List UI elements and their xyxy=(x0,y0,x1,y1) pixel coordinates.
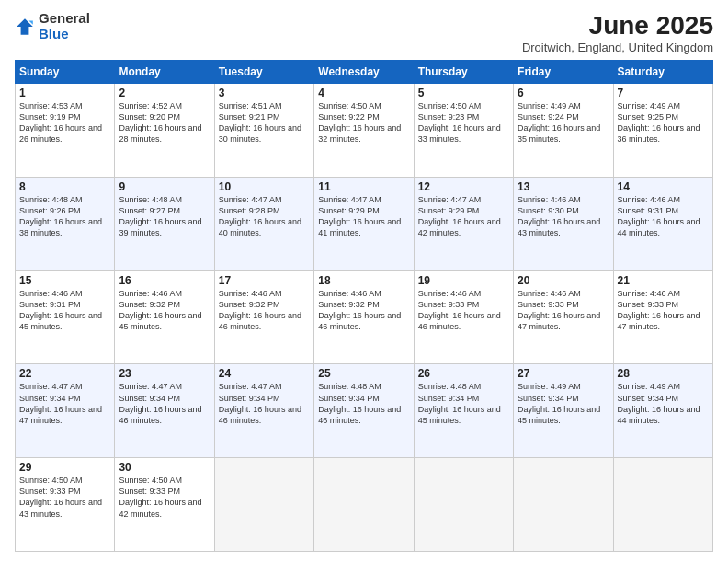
table-row: 13 Sunrise: 4:46 AMSunset: 9:30 PMDaylig… xyxy=(514,177,613,270)
day-info: Sunrise: 4:49 AMSunset: 9:34 PMDaylight:… xyxy=(618,381,709,426)
table-row: 3 Sunrise: 4:51 AMSunset: 9:21 PMDayligh… xyxy=(214,84,313,178)
table-row xyxy=(514,458,613,552)
table-row: 1 Sunrise: 4:53 AMSunset: 9:19 PMDayligh… xyxy=(16,84,115,178)
table-row: 7 Sunrise: 4:49 AMSunset: 9:25 PMDayligh… xyxy=(613,84,712,178)
day-info: Sunrise: 4:46 AMSunset: 9:30 PMDaylight:… xyxy=(518,194,609,239)
day-number: 15 xyxy=(19,274,110,287)
col-sunday: Sunday xyxy=(16,61,115,84)
table-row: 18 Sunrise: 4:46 AMSunset: 9:32 PMDaylig… xyxy=(314,270,414,364)
day-number: 19 xyxy=(418,274,509,287)
calendar-week-row: 22 Sunrise: 4:47 AMSunset: 9:34 PMDaylig… xyxy=(16,364,713,458)
table-row: 10 Sunrise: 4:47 AMSunset: 9:28 PMDaylig… xyxy=(214,177,313,270)
table-row: 23 Sunrise: 4:47 AMSunset: 9:34 PMDaylig… xyxy=(115,364,214,458)
day-number: 24 xyxy=(219,367,310,380)
day-info: Sunrise: 4:49 AMSunset: 9:24 PMDaylight:… xyxy=(518,100,609,145)
day-number: 6 xyxy=(518,86,609,99)
col-wednesday: Wednesday xyxy=(314,61,414,84)
header: General Blue June 2025 Droitwich, Englan… xyxy=(15,11,713,54)
table-row: 4 Sunrise: 4:50 AMSunset: 9:22 PMDayligh… xyxy=(314,84,414,178)
day-number: 18 xyxy=(318,274,409,287)
table-row: 19 Sunrise: 4:46 AMSunset: 9:33 PMDaylig… xyxy=(414,270,513,364)
table-row: 9 Sunrise: 4:48 AMSunset: 9:27 PMDayligh… xyxy=(115,177,214,270)
calendar-header-row: Sunday Monday Tuesday Wednesday Thursday… xyxy=(16,61,713,84)
day-number: 26 xyxy=(418,367,509,380)
day-info: Sunrise: 4:46 AMSunset: 9:32 PMDaylight:… xyxy=(219,288,310,333)
day-info: Sunrise: 4:46 AMSunset: 9:33 PMDaylight:… xyxy=(418,288,509,333)
col-saturday: Saturday xyxy=(613,61,712,84)
day-info: Sunrise: 4:50 AMSunset: 9:33 PMDaylight:… xyxy=(19,475,110,520)
table-row xyxy=(314,458,414,552)
day-info: Sunrise: 4:48 AMSunset: 9:26 PMDaylight:… xyxy=(19,194,110,239)
table-row: 20 Sunrise: 4:46 AMSunset: 9:33 PMDaylig… xyxy=(514,270,613,364)
day-number: 16 xyxy=(119,274,210,287)
day-number: 30 xyxy=(119,461,210,474)
day-info: Sunrise: 4:47 AMSunset: 9:29 PMDaylight:… xyxy=(418,194,509,239)
logo-blue: Blue xyxy=(39,27,90,42)
day-info: Sunrise: 4:50 AMSunset: 9:23 PMDaylight:… xyxy=(418,100,509,145)
table-row: 27 Sunrise: 4:49 AMSunset: 9:34 PMDaylig… xyxy=(514,364,613,458)
col-monday: Monday xyxy=(115,61,214,84)
table-row: 30 Sunrise: 4:50 AMSunset: 9:33 PMDaylig… xyxy=(115,458,214,552)
day-info: Sunrise: 4:47 AMSunset: 9:28 PMDaylight:… xyxy=(219,194,310,239)
table-row: 11 Sunrise: 4:47 AMSunset: 9:29 PMDaylig… xyxy=(314,177,414,270)
logo-icon xyxy=(15,17,35,37)
day-number: 2 xyxy=(119,86,210,99)
day-info: Sunrise: 4:47 AMSunset: 9:34 PMDaylight:… xyxy=(219,381,310,426)
month-title: June 2025 xyxy=(522,11,713,40)
table-row xyxy=(613,458,712,552)
table-row: 17 Sunrise: 4:46 AMSunset: 9:32 PMDaylig… xyxy=(214,270,313,364)
calendar-week-row: 8 Sunrise: 4:48 AMSunset: 9:26 PMDayligh… xyxy=(16,177,713,270)
day-number: 8 xyxy=(19,180,110,193)
table-row xyxy=(414,458,513,552)
day-info: Sunrise: 4:47 AMSunset: 9:29 PMDaylight:… xyxy=(318,194,409,239)
table-row: 8 Sunrise: 4:48 AMSunset: 9:26 PMDayligh… xyxy=(16,177,115,270)
calendar-week-row: 29 Sunrise: 4:50 AMSunset: 9:33 PMDaylig… xyxy=(16,458,713,552)
day-info: Sunrise: 4:51 AMSunset: 9:21 PMDaylight:… xyxy=(219,100,310,145)
calendar-week-row: 1 Sunrise: 4:53 AMSunset: 9:19 PMDayligh… xyxy=(16,84,713,178)
table-row: 5 Sunrise: 4:50 AMSunset: 9:23 PMDayligh… xyxy=(414,84,513,178)
day-number: 1 xyxy=(19,86,110,99)
day-number: 7 xyxy=(618,86,709,99)
day-number: 23 xyxy=(119,367,210,380)
day-info: Sunrise: 4:52 AMSunset: 9:20 PMDaylight:… xyxy=(119,100,210,145)
day-number: 4 xyxy=(318,86,409,99)
table-row xyxy=(214,458,313,552)
day-number: 13 xyxy=(518,180,609,193)
day-number: 11 xyxy=(318,180,409,193)
logo: General Blue xyxy=(15,11,90,41)
day-info: Sunrise: 4:46 AMSunset: 9:32 PMDaylight:… xyxy=(318,288,409,333)
table-row: 28 Sunrise: 4:49 AMSunset: 9:34 PMDaylig… xyxy=(613,364,712,458)
day-info: Sunrise: 4:48 AMSunset: 9:34 PMDaylight:… xyxy=(418,381,509,426)
day-number: 5 xyxy=(418,86,509,99)
table-row: 14 Sunrise: 4:46 AMSunset: 9:31 PMDaylig… xyxy=(613,177,712,270)
calendar-week-row: 15 Sunrise: 4:46 AMSunset: 9:31 PMDaylig… xyxy=(16,270,713,364)
table-row: 21 Sunrise: 4:46 AMSunset: 9:33 PMDaylig… xyxy=(613,270,712,364)
table-row: 16 Sunrise: 4:46 AMSunset: 9:32 PMDaylig… xyxy=(115,270,214,364)
day-number: 28 xyxy=(618,367,709,380)
col-tuesday: Tuesday xyxy=(214,61,313,84)
day-info: Sunrise: 4:46 AMSunset: 9:31 PMDaylight:… xyxy=(618,194,709,239)
day-number: 9 xyxy=(119,180,210,193)
calendar-table: Sunday Monday Tuesday Wednesday Thursday… xyxy=(15,60,713,552)
table-row: 22 Sunrise: 4:47 AMSunset: 9:34 PMDaylig… xyxy=(16,364,115,458)
title-block: June 2025 Droitwich, England, United Kin… xyxy=(522,11,713,54)
day-number: 17 xyxy=(219,274,310,287)
day-info: Sunrise: 4:49 AMSunset: 9:25 PMDaylight:… xyxy=(618,100,709,145)
day-info: Sunrise: 4:46 AMSunset: 9:32 PMDaylight:… xyxy=(119,288,210,333)
day-number: 25 xyxy=(318,367,409,380)
table-row: 24 Sunrise: 4:47 AMSunset: 9:34 PMDaylig… xyxy=(214,364,313,458)
day-info: Sunrise: 4:46 AMSunset: 9:31 PMDaylight:… xyxy=(19,288,110,333)
day-info: Sunrise: 4:50 AMSunset: 9:33 PMDaylight:… xyxy=(119,475,210,520)
col-thursday: Thursday xyxy=(414,61,513,84)
col-friday: Friday xyxy=(514,61,613,84)
day-number: 10 xyxy=(219,180,310,193)
day-info: Sunrise: 4:48 AMSunset: 9:34 PMDaylight:… xyxy=(318,381,409,426)
day-info: Sunrise: 4:50 AMSunset: 9:22 PMDaylight:… xyxy=(318,100,409,145)
day-number: 27 xyxy=(518,367,609,380)
table-row: 15 Sunrise: 4:46 AMSunset: 9:31 PMDaylig… xyxy=(16,270,115,364)
day-number: 12 xyxy=(418,180,509,193)
day-number: 20 xyxy=(518,274,609,287)
day-info: Sunrise: 4:48 AMSunset: 9:27 PMDaylight:… xyxy=(119,194,210,239)
day-number: 29 xyxy=(19,461,110,474)
day-number: 22 xyxy=(19,367,110,380)
